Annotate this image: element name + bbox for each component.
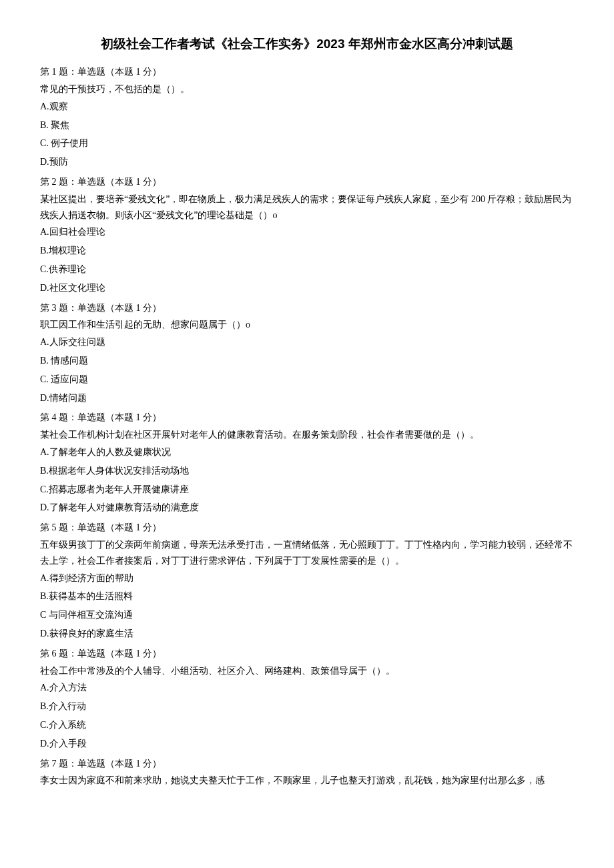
option-a: A.了解老年人的人数及健康状况	[40, 444, 574, 460]
option-c: C.招募志愿者为老年人开展健康讲座	[40, 482, 574, 498]
question-header: 第 6 题：单选题（本题 1 分）	[40, 646, 574, 662]
option-c: C. 适应问题	[40, 372, 574, 388]
question-header: 第 4 题：单选题（本题 1 分）	[40, 410, 574, 426]
option-d: D.获得良好的家庭生活	[40, 626, 574, 642]
question-header: 第 2 题：单选题（本题 1 分）	[40, 174, 574, 190]
question-stem: 社会工作中常涉及的个人辅导、小组活动、社区介入、网络建构、政策倡导属于（）。	[40, 663, 574, 679]
option-a: A.人际交往问题	[40, 334, 574, 350]
question-7: 第 7 题：单选题（本题 1 分） 李女士因为家庭不和前来求助，她说丈夫整天忙于…	[40, 756, 574, 789]
question-header: 第 5 题：单选题（本题 1 分）	[40, 520, 574, 536]
question-stem: 某社会工作机构计划在社区开展针对老年人的健康教育活动。在服务策划阶段，社会作者需…	[40, 427, 574, 443]
document-title: 初级社会工作者考试《社会工作实务》2023 年郑州市金水区高分冲刺试题	[40, 33, 574, 55]
question-header: 第 1 题：单选题（本题 1 分）	[40, 64, 574, 80]
option-b: B.增权理论	[40, 243, 574, 259]
option-c: C.介入系统	[40, 717, 574, 733]
question-stem: 某社区提出，要培养“爱残文化”，即在物质上，极力满足残疾人的需求；要保证每户残疾…	[40, 191, 574, 224]
question-header: 第 3 题：单选题（本题 1 分）	[40, 300, 574, 316]
question-1: 第 1 题：单选题（本题 1 分） 常见的干预技巧，不包括的是（）。 A.观察 …	[40, 64, 574, 170]
option-d: D.预防	[40, 154, 574, 170]
option-b: B.获得基本的生活照料	[40, 588, 574, 604]
question-6: 第 6 题：单选题（本题 1 分） 社会工作中常涉及的个人辅导、小组活动、社区介…	[40, 646, 574, 752]
question-3: 第 3 题：单选题（本题 1 分） 职工因工作和生活引起的无助、想家问题属于（）…	[40, 300, 574, 406]
question-stem: 李女士因为家庭不和前来求助，她说丈夫整天忙于工作，不顾家里，儿子也整天打游戏，乱…	[40, 773, 574, 789]
option-b: B. 情感问题	[40, 353, 574, 369]
question-2: 第 2 题：单选题（本题 1 分） 某社区提出，要培养“爱残文化”，即在物质上，…	[40, 174, 574, 296]
option-c: C. 例子使用	[40, 135, 574, 151]
option-b: B.根据老年人身体状况安排活动场地	[40, 463, 574, 479]
question-stem: 常见的干预技巧，不包括的是（）。	[40, 81, 574, 97]
option-b: B. 聚焦	[40, 117, 574, 133]
option-a: A.回归社会理论	[40, 224, 574, 240]
option-a: A.得到经济方面的帮助	[40, 570, 574, 586]
option-c: C 与同伴相互交流沟通	[40, 607, 574, 623]
option-c: C.供养理论	[40, 262, 574, 278]
option-d: D.了解老年人对健康教育活动的满意度	[40, 500, 574, 516]
question-stem: 职工因工作和生活引起的无助、想家问题属于（）o	[40, 317, 574, 333]
question-5: 第 5 题：单选题（本题 1 分） 五年级男孩丁丁的父亲两年前病逝，母亲无法承受…	[40, 520, 574, 642]
question-4: 第 4 题：单选题（本题 1 分） 某社会工作机构计划在社区开展针对老年人的健康…	[40, 410, 574, 516]
option-a: A.观察	[40, 99, 574, 115]
option-d: D.社区文化理论	[40, 280, 574, 296]
question-header: 第 7 题：单选题（本题 1 分）	[40, 756, 574, 772]
option-b: B.介入行动	[40, 699, 574, 715]
option-a: A.介入方法	[40, 680, 574, 696]
option-d: D.介入手段	[40, 736, 574, 752]
question-stem: 五年级男孩丁丁的父亲两年前病逝，母亲无法承受打击，一直情绪低落，无心照顾丁丁。丁…	[40, 537, 574, 569]
option-d: D.情绪问题	[40, 390, 574, 406]
